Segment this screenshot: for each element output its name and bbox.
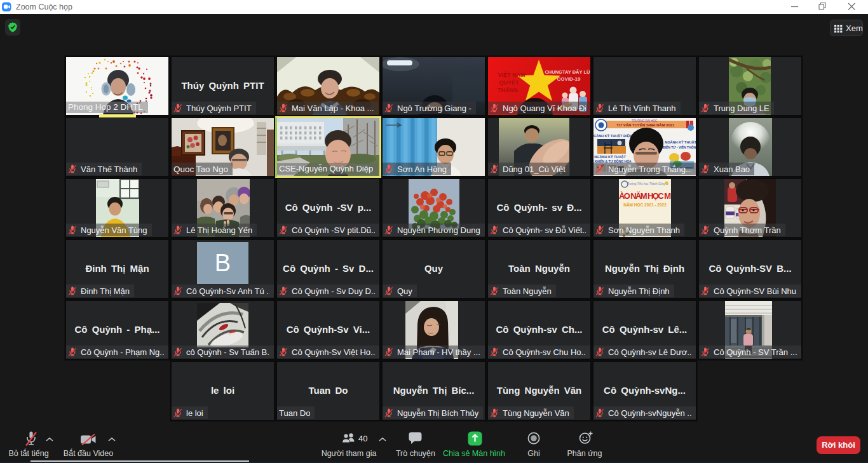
svg-text:THẮNG: THẮNG: [498, 87, 518, 93]
svg-text:NGÀNH KỸ THUẬT: NGÀNH KỸ THUẬT: [594, 155, 626, 159]
svg-text:ĐIỆN TỬ - VIỄN THÔNG: ĐIỆN TỬ - VIỄN THÔNG: [663, 145, 696, 149]
svg-text:COVID-19: COVID-19: [557, 76, 581, 82]
svg-text:QUYẾT: QUYẾT: [499, 79, 519, 86]
svg-text:Trường Tiểu học Thành Công B: Trường Tiểu học Thành Công B: [627, 182, 668, 185]
svg-text:NĂM HỌC 2021 - 2022: NĂM HỌC 2021 - 2022: [623, 202, 667, 207]
svg-text:TRƯỜNG ĐẠI HỌC: TRƯỜNG ĐẠI HỌC: [632, 119, 658, 123]
svg-text:TƯ VẤN TUYỂN SINH NĂM 2021: TƯ VẤN TUYỂN SINH NĂM 2021: [616, 123, 675, 127]
svg-text:NGÀNH KỸ THUẬT ĐIỆN: NGÀNH KỸ THUẬT ĐIỆN: [593, 133, 632, 138]
svg-text:ÀO NĂM HỌC M: ÀO NĂM HỌC M: [619, 191, 671, 201]
svg-text:CHUNGTAY ĐẤY LÙI: CHUNGTAY ĐẤY LÙI: [545, 69, 590, 75]
svg-text:VIỆT NAM: VIỆT NAM: [498, 71, 525, 78]
svg-text:NGÀNH KỸ THUẬT: NGÀNH KỸ THUẬT: [665, 140, 696, 144]
